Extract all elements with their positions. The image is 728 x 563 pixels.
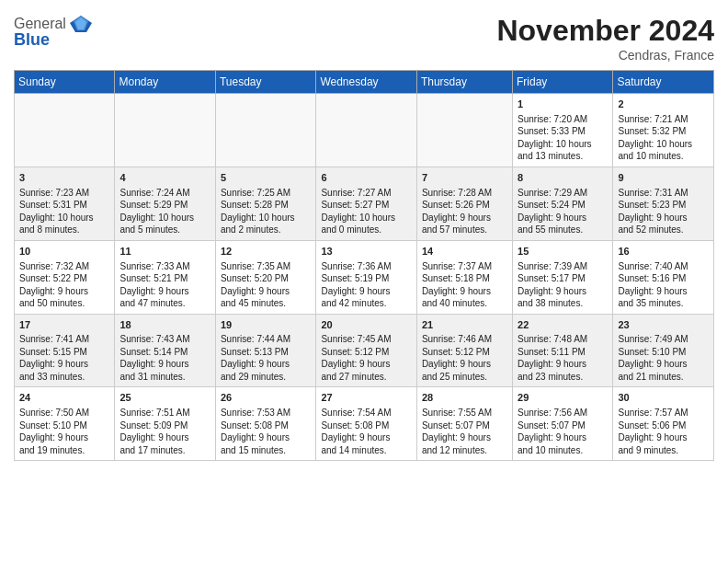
table-row: 22Sunrise: 7:48 AMSunset: 5:11 PMDayligh…	[513, 314, 613, 387]
table-row: 18Sunrise: 7:43 AMSunset: 5:14 PMDayligh…	[115, 314, 215, 387]
day-info: and 12 minutes.	[422, 444, 507, 457]
day-info: Sunrise: 7:55 AM	[422, 407, 507, 419]
day-number: 18	[119, 318, 210, 332]
day-info: and 13 minutes.	[518, 150, 608, 163]
table-row: 2Sunrise: 7:21 AMSunset: 5:32 PMDaylight…	[613, 94, 714, 167]
day-info: Sunset: 5:18 PM	[422, 272, 507, 285]
day-info: Sunset: 5:11 PM	[518, 346, 608, 359]
day-info: Sunset: 5:06 PM	[618, 419, 709, 432]
day-info: Sunset: 5:29 PM	[119, 199, 210, 212]
day-info: Daylight: 9 hours	[518, 431, 608, 444]
day-info: Sunrise: 7:54 AM	[321, 407, 411, 419]
day-info: Sunrise: 7:53 AM	[221, 407, 311, 419]
col-thursday: Thursday	[416, 71, 512, 94]
day-info: Sunrise: 7:20 AM	[518, 113, 608, 126]
col-sunday: Sunday	[15, 71, 115, 94]
calendar-week-row: 1Sunrise: 7:20 AMSunset: 5:33 PMDaylight…	[15, 94, 714, 167]
day-number: 11	[119, 245, 210, 259]
day-info: Sunrise: 7:33 AM	[119, 260, 210, 273]
day-number: 15	[518, 245, 608, 259]
table-row	[115, 94, 215, 167]
day-info: and 0 minutes.	[321, 224, 411, 236]
day-info: and 9 minutes.	[618, 444, 709, 457]
table-row: 27Sunrise: 7:54 AMSunset: 5:08 PMDayligh…	[316, 387, 416, 461]
day-info: Daylight: 9 hours	[119, 285, 210, 298]
day-info: Daylight: 9 hours	[119, 358, 210, 371]
day-info: Sunset: 5:10 PM	[19, 419, 109, 432]
day-number: 19	[221, 318, 311, 332]
day-info: Sunset: 5:26 PM	[422, 199, 507, 212]
day-info: and 40 minutes.	[422, 297, 507, 310]
day-info: Sunrise: 7:24 AM	[119, 187, 210, 200]
day-info: and 38 minutes.	[518, 297, 608, 310]
day-info: and 17 minutes.	[119, 444, 210, 457]
table-row: 12Sunrise: 7:35 AMSunset: 5:20 PMDayligh…	[215, 240, 315, 314]
col-wednesday: Wednesday	[316, 71, 416, 94]
calendar-week-row: 17Sunrise: 7:41 AMSunset: 5:15 PMDayligh…	[15, 314, 714, 387]
table-row: 6Sunrise: 7:27 AMSunset: 5:27 PMDaylight…	[316, 167, 416, 240]
day-info: Sunset: 5:20 PM	[221, 272, 311, 285]
day-info: Sunset: 5:13 PM	[221, 346, 311, 359]
day-number: 23	[618, 318, 709, 332]
day-info: Sunset: 5:17 PM	[518, 272, 608, 285]
day-info: Daylight: 9 hours	[221, 431, 311, 444]
day-info: Sunset: 5:09 PM	[119, 419, 210, 432]
day-number: 30	[618, 391, 709, 405]
calendar-week-row: 3Sunrise: 7:23 AMSunset: 5:31 PMDaylight…	[15, 167, 714, 240]
day-info: Daylight: 9 hours	[321, 431, 411, 444]
day-info: Daylight: 9 hours	[618, 358, 709, 371]
day-info: Daylight: 9 hours	[618, 431, 709, 444]
day-info: Sunset: 5:08 PM	[321, 419, 411, 432]
day-number: 28	[422, 391, 507, 405]
calendar-table: Sunday Monday Tuesday Wednesday Thursday…	[14, 70, 714, 461]
day-info: and 47 minutes.	[119, 297, 210, 310]
day-info: Daylight: 10 hours	[618, 138, 709, 151]
day-info: Sunrise: 7:27 AM	[321, 187, 411, 200]
day-info: Sunrise: 7:21 AM	[618, 113, 709, 126]
logo-icon	[68, 14, 94, 34]
day-info: and 2 minutes.	[221, 224, 311, 236]
day-info: Daylight: 9 hours	[518, 212, 608, 224]
day-info: Daylight: 9 hours	[422, 358, 507, 371]
day-info: Daylight: 9 hours	[422, 431, 507, 444]
day-number: 13	[321, 245, 411, 259]
day-info: Sunset: 5:23 PM	[618, 199, 709, 212]
day-info: Daylight: 9 hours	[119, 431, 210, 444]
day-info: Daylight: 9 hours	[19, 358, 109, 371]
day-info: Daylight: 10 hours	[19, 212, 109, 224]
day-info: Sunrise: 7:31 AM	[618, 187, 709, 200]
day-info: Sunset: 5:10 PM	[618, 346, 709, 359]
day-number: 4	[119, 171, 210, 185]
day-info: Sunrise: 7:25 AM	[221, 187, 311, 200]
day-number: 27	[321, 391, 411, 405]
day-info: and 10 minutes.	[518, 444, 608, 457]
day-info: Daylight: 10 hours	[321, 212, 411, 224]
table-row: 4Sunrise: 7:24 AMSunset: 5:29 PMDaylight…	[115, 167, 215, 240]
day-info: Daylight: 9 hours	[618, 285, 709, 298]
day-info: Daylight: 9 hours	[518, 285, 608, 298]
day-info: and 5 minutes.	[119, 224, 210, 236]
day-info: Daylight: 9 hours	[19, 285, 109, 298]
day-info: Sunset: 5:16 PM	[618, 272, 709, 285]
day-info: Sunrise: 7:44 AM	[221, 333, 311, 346]
day-info: Sunrise: 7:56 AM	[518, 407, 608, 419]
day-info: Daylight: 9 hours	[19, 431, 109, 444]
day-info: Daylight: 9 hours	[221, 285, 311, 298]
day-info: Sunrise: 7:23 AM	[19, 187, 109, 200]
table-row: 26Sunrise: 7:53 AMSunset: 5:08 PMDayligh…	[215, 387, 315, 461]
day-number: 12	[221, 245, 311, 259]
day-info: Sunrise: 7:46 AM	[422, 333, 507, 346]
day-info: Daylight: 9 hours	[221, 358, 311, 371]
col-monday: Monday	[115, 71, 215, 94]
table-row: 28Sunrise: 7:55 AMSunset: 5:07 PMDayligh…	[416, 387, 512, 461]
day-info: Sunrise: 7:39 AM	[518, 260, 608, 273]
day-info: Sunset: 5:14 PM	[119, 346, 210, 359]
day-info: Sunset: 5:08 PM	[221, 419, 311, 432]
day-info: and 21 minutes.	[618, 371, 709, 384]
table-row: 9Sunrise: 7:31 AMSunset: 5:23 PMDaylight…	[613, 167, 714, 240]
day-info: Sunrise: 7:57 AM	[618, 407, 709, 419]
day-info: Daylight: 9 hours	[618, 212, 709, 224]
day-info: Daylight: 9 hours	[321, 285, 411, 298]
day-number: 9	[618, 171, 709, 185]
col-friday: Friday	[513, 71, 613, 94]
